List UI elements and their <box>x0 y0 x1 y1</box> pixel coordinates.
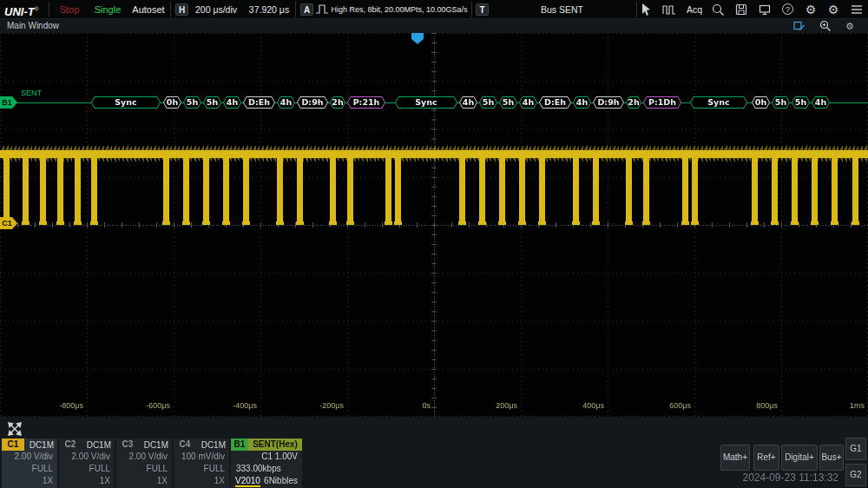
svg-text:D:Eh: D:Eh <box>544 97 566 107</box>
channel-header: C3 DC1M <box>116 439 172 451</box>
g1-tab[interactable]: G1 <box>845 438 866 460</box>
divider <box>170 2 171 17</box>
search-icon[interactable] <box>711 3 725 16</box>
status-bar: C1 DC1M 2.00 V/div FULL 1X C2 DC1M 2.00 … <box>0 417 868 488</box>
svg-text:4h: 4h <box>463 97 475 107</box>
horizontal-offset-value[interactable]: 37.920 μs <box>244 0 294 19</box>
datetime-label: 2024-09-23 11:13:32 <box>742 472 838 484</box>
svg-text:4h: 4h <box>576 97 589 107</box>
window-title: Main Window <box>7 19 59 33</box>
svg-text:2h: 2h <box>628 97 640 107</box>
channel-header: C1 DC1M <box>2 439 57 451</box>
svg-text:5h: 5h <box>207 97 219 107</box>
channel-id-badge: C1 <box>2 439 24 451</box>
g2-tab[interactable]: G2 <box>845 464 866 486</box>
bus-decode-bubble: D:9h <box>297 96 328 109</box>
svg-text:0h: 0h <box>167 97 179 107</box>
display-icon[interactable] <box>758 3 772 16</box>
bus-decode-bubble: Sync <box>690 96 747 109</box>
math-button[interactable]: Math+ <box>720 445 750 471</box>
annotate-icon[interactable] <box>793 20 806 32</box>
svg-text:2h: 2h <box>332 97 344 107</box>
svg-text:4h: 4h <box>523 97 535 107</box>
svg-text:P:1Dh: P:1Dh <box>648 97 676 107</box>
menu-icon[interactable] <box>850 3 864 16</box>
bus-box-b1[interactable]: B1 SENT(Hex) C1 1.00V 333.00kbps V2010 6… <box>231 439 302 488</box>
bus-protocol-label: SENT <box>21 89 42 97</box>
svg-text:5h: 5h <box>187 97 199 107</box>
channel-box-c2[interactable]: C2 DC1M 2.00 V/div FULL 1X <box>59 439 115 488</box>
acquire-menu-chip[interactable]: A <box>300 3 313 16</box>
divider <box>295 2 296 17</box>
probe-label: 1X <box>59 475 115 487</box>
bus-decode-bubble: 5h <box>792 96 810 109</box>
channel-box-c3[interactable]: C3 DC1M 2.00 V/div FULL 1X <box>116 439 172 488</box>
bus-source-label: C1 1.00V <box>231 451 302 463</box>
autoset-button[interactable]: Autoset <box>127 0 170 19</box>
gear-icon[interactable]: ⚙ <box>804 3 818 16</box>
acquire-info[interactable]: High Res, 8bit, 20.00MPts, 10.00GSa/s <box>326 0 472 19</box>
digital-button[interactable]: Digital+ <box>781 445 818 471</box>
divider <box>471 2 472 17</box>
pulse-train-icon[interactable] <box>662 3 676 16</box>
svg-text:Sync: Sync <box>115 97 136 107</box>
svg-text:5h: 5h <box>795 97 807 107</box>
bus-bitrate-label: 333.00kbps <box>231 463 302 475</box>
channel-header: C4 DC1M <box>174 439 229 451</box>
svg-text:D:Eh: D:Eh <box>248 97 270 107</box>
bus-decode-bubble: 0h <box>752 96 770 109</box>
acq-button[interactable]: Acq <box>682 0 707 19</box>
svg-text:0h: 0h <box>755 97 767 107</box>
channel-id-badge: C3 <box>116 439 139 451</box>
bus-header: B1 SENT(Hex) <box>231 439 302 451</box>
coupling-label: DC1M <box>201 440 229 450</box>
time-axis-label: -200μs <box>307 401 344 410</box>
single-button[interactable]: Single <box>89 0 127 19</box>
channel-box-c4[interactable]: C4 DC1M 100 mV/div FULL 1X <box>174 439 229 488</box>
horizontal-menu-chip[interactable]: H <box>175 3 188 16</box>
bus-decode-bubble: 5h <box>203 96 221 109</box>
time-axis-label: 800μs <box>741 401 778 410</box>
svg-text:4h: 4h <box>280 97 293 107</box>
bus-decode-bubble: 5h <box>772 96 790 109</box>
bus-decode-bubble: P:1Dh <box>643 96 681 109</box>
bus-decode-bubble: 4h <box>519 96 537 109</box>
move-handle-icon[interactable] <box>7 421 23 437</box>
waveform-display: -800μs-600μs-400μs-200μs0s200μs400μs600μ… <box>0 33 868 417</box>
time-axis-label: 600μs <box>654 401 691 410</box>
bus-id-badge: B1 <box>231 439 248 451</box>
time-axis-label: -800μs <box>47 401 83 410</box>
system-gear-icon[interactable]: ⚙ <box>826 3 840 16</box>
oscilloscope-screen: UNI-T® Stop Single Autoset H 200 μs/div … <box>0 0 868 488</box>
ref-button[interactable]: Ref+ <box>753 445 779 471</box>
bus-decode-bubble: 2h <box>626 96 641 109</box>
bus-config-row: V2010 6Nibbles <box>231 475 302 487</box>
channel-id-badge: C4 <box>174 439 196 451</box>
scale-label: 2.00 V/div <box>59 451 115 463</box>
bus-button[interactable]: Bus+ <box>819 445 844 471</box>
channel-box-c1[interactable]: C1 DC1M 2.00 V/div FULL 1X <box>2 439 57 488</box>
time-axis-label: 200μs <box>481 401 517 410</box>
zoom-in-icon[interactable] <box>819 20 832 32</box>
bandwidth-label: FULL <box>116 463 172 475</box>
coupling-label: DC1M <box>87 440 115 450</box>
timebase-value[interactable]: 200 μs/div <box>190 0 242 19</box>
bus-decode-bubble: Sync <box>91 96 161 109</box>
svg-text:4h: 4h <box>815 97 827 107</box>
svg-text:5h: 5h <box>503 97 515 107</box>
bus-decode-bubble: 4h <box>812 96 830 109</box>
bus-decode-bubble: D:Eh <box>539 96 571 109</box>
trigger-source[interactable]: Bus SENT <box>486 0 638 19</box>
bus-decode-bubble: 4h <box>223 96 241 109</box>
settings-gear-icon[interactable]: ⚙ <box>844 20 856 32</box>
run-stop-button[interactable]: Stop <box>50 0 89 19</box>
bus-decode-bubble: P:21h <box>347 96 385 109</box>
time-axis-label: -400μs <box>220 401 257 410</box>
help-icon[interactable]: ? <box>782 3 793 15</box>
bandwidth-label: FULL <box>59 463 115 475</box>
save-icon[interactable] <box>734 3 748 16</box>
svg-text:Sync: Sync <box>415 97 437 107</box>
cursor-icon[interactable] <box>640 3 654 16</box>
svg-text:4h: 4h <box>227 97 239 107</box>
bus-decode-bubble: D:Eh <box>243 96 275 109</box>
